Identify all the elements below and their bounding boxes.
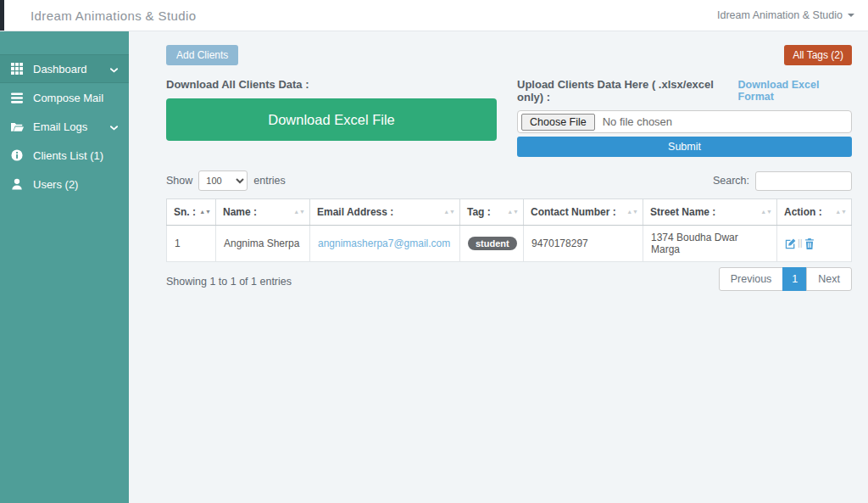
choose-file-button[interactable]: Choose File [521, 114, 595, 131]
sidebar-item-compose-mail[interactable]: Compose Mail [0, 83, 129, 112]
cell-street: 1374 Boudha Dwar Marga [643, 226, 777, 262]
sort-icon: ▲▼ [199, 210, 211, 215]
cell-contact: 9470178297 [524, 226, 643, 262]
chevron-down-icon [110, 120, 118, 133]
column-header-tag[interactable]: Tag :▲▼ [460, 199, 524, 226]
show-label: Show [166, 175, 192, 187]
cell-name: Angnima Sherpa [216, 226, 310, 262]
submit-button[interactable]: Submit [517, 137, 852, 157]
previous-page-button[interactable]: Previous [719, 267, 784, 291]
top-navbar: Idream Animations & Studio Idream Animat… [0, 0, 868, 31]
edit-icon[interactable] [785, 238, 796, 248]
sidebar-item-label: Users (2) [33, 178, 118, 191]
trash-icon[interactable] [804, 238, 815, 248]
sidebar-item-users[interactable]: Users (2) [0, 170, 129, 198]
download-section-label: Download All Clients Data : [166, 78, 497, 91]
upload-section: Upload Clients Data Here ( .xlsx/excel o… [517, 78, 852, 157]
column-header-sn[interactable]: Sn. :▲▼ [167, 199, 216, 226]
sidebar-item-clients-list[interactable]: Clients List (1) [0, 141, 129, 170]
sidebar-item-label: Dashboard [33, 63, 110, 75]
sort-icon: ▲▼ [507, 210, 519, 215]
sidebar-item-email-logs[interactable]: Email Logs [0, 112, 129, 141]
tag-badge: student [468, 237, 517, 250]
navbar-edge-strip [0, 0, 4, 31]
download-section: Download All Clients Data : Download Exc… [166, 78, 497, 157]
sidebar: Dashboard Compose Mail Email Logs [0, 31, 129, 503]
sort-icon: ▲▼ [760, 210, 772, 215]
column-header-name[interactable]: Name :▲▼ [216, 199, 310, 226]
toolbar: Add Clients All Tags (2) [166, 45, 852, 65]
user-menu-label: Idream Animation & Studio [717, 9, 843, 21]
table-controls: Show 100 entries Search: [166, 170, 852, 191]
sort-icon: ▲▼ [626, 210, 638, 215]
upload-section-label: Upload Clients Data Here ( .xlsx/excel o… [517, 78, 738, 103]
chevron-down-icon [110, 63, 118, 75]
column-header-contact[interactable]: Contact Number :▲▼ [524, 199, 643, 226]
column-header-street[interactable]: Street Name :▲▼ [643, 199, 777, 226]
cell-action: || [777, 226, 852, 262]
info-icon [11, 149, 24, 162]
next-page-button[interactable]: Next [806, 267, 852, 291]
entries-info: Showing 1 to 1 of 1 entries [166, 276, 292, 288]
lines-icon [11, 92, 24, 104]
action-separator: || [798, 238, 803, 248]
sidebar-item-dashboard[interactable]: Dashboard [0, 54, 129, 83]
clients-table: Sn. :▲▼ Name :▲▼ Email Address :▲▼ Tag :… [166, 198, 852, 262]
no-file-chosen-text: No file chosen [603, 115, 672, 128]
caret-down-icon [848, 14, 854, 17]
sidebar-item-label: Email Logs [33, 120, 110, 133]
file-input[interactable]: Choose File No file chosen [517, 110, 852, 133]
sidebar-item-label: Compose Mail [33, 92, 118, 104]
download-excel-format-link[interactable]: Download Excel Format [738, 79, 852, 103]
brand-title: Idream Animations & Studio [31, 8, 197, 23]
search-input[interactable] [755, 171, 852, 191]
email-link[interactable]: angnimasherpa7@gmail.com [318, 238, 450, 249]
search-label: Search: [713, 175, 749, 187]
page-length-select[interactable]: 100 [198, 170, 248, 191]
user-menu-dropdown[interactable]: Idream Animation & Studio [717, 9, 854, 21]
cell-sn: 1 [167, 226, 216, 262]
column-header-email[interactable]: Email Address :▲▼ [310, 199, 460, 226]
all-tags-button[interactable]: All Tags (2) [784, 45, 852, 65]
sort-icon: ▲▼ [293, 210, 305, 215]
sort-icon: ▲▼ [443, 210, 455, 215]
table-footer: Showing 1 to 1 of 1 entries Previous 1 N… [166, 267, 852, 291]
cell-tag: student [460, 226, 524, 262]
current-page-button[interactable]: 1 [782, 267, 807, 291]
pagination: Previous 1 Next [719, 267, 852, 291]
add-clients-button[interactable]: Add Clients [166, 45, 238, 65]
sidebar-item-label: Clients List (1) [33, 149, 118, 162]
entries-label: entries [253, 175, 286, 187]
main-content: Add Clients All Tags (2) Download All Cl… [129, 31, 868, 503]
download-excel-button[interactable]: Download Excel File [166, 98, 497, 141]
grid-icon [11, 63, 24, 75]
table-header-row: Sn. :▲▼ Name :▲▼ Email Address :▲▼ Tag :… [167, 199, 852, 226]
column-header-action[interactable]: Action :▲▼ [777, 199, 852, 226]
folder-icon [11, 120, 24, 133]
sort-icon: ▲▼ [835, 210, 847, 215]
table-row: 1 Angnima Sherpa angnimasherpa7@gmail.co… [167, 226, 852, 262]
user-icon [11, 178, 24, 191]
cell-email: angnimasherpa7@gmail.com [310, 226, 460, 262]
